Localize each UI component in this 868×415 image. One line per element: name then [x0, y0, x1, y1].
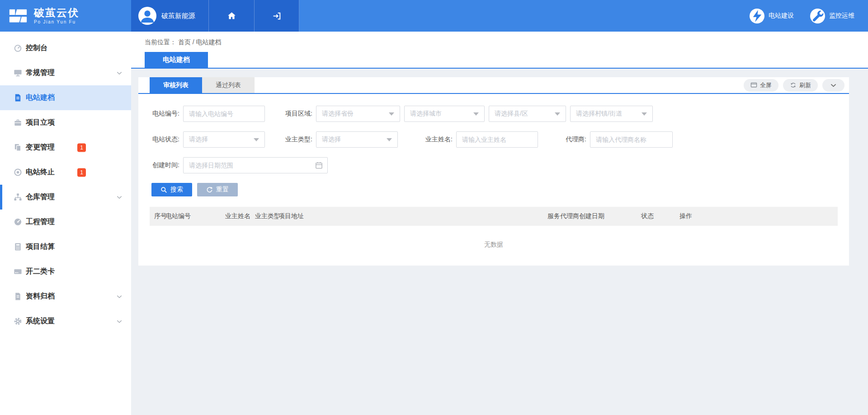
logout-icon	[272, 11, 282, 21]
sidebar-item-label: 常规管理	[26, 68, 55, 78]
collapse-button[interactable]	[822, 79, 844, 92]
tab-approved-list[interactable]: 通过列表	[202, 77, 255, 93]
filter-actions: 搜索 重置	[150, 183, 849, 196]
owner-name-label: 业主姓名:	[423, 135, 456, 144]
refresh-button[interactable]: 刷新	[783, 79, 818, 92]
search-label: 搜索	[170, 186, 183, 194]
agent-input[interactable]	[590, 131, 673, 148]
table-header-row: 序号 电站编号 业主姓名 业主类型 项目地址 服务代理商 创建日期 状态 操作	[150, 207, 838, 226]
tab-review-list[interactable]: 审核列表	[150, 77, 202, 93]
user-avatar-icon	[138, 7, 156, 25]
filter-form: 电站编号: 项目区域: 请选择省份 请选择城市 请选择县/区	[138, 94, 849, 196]
owner-type-placeholder: 请选择	[322, 135, 341, 144]
sidebar-item-project-settlement[interactable]: 项目结算	[0, 234, 131, 259]
content-area: 审核列表 通过列表 全屏 刷新	[131, 69, 868, 415]
sidebar-item-label: 项目立项	[26, 118, 55, 127]
fullscreen-button[interactable]: 全屏	[744, 79, 778, 92]
reset-button[interactable]: 重置	[197, 183, 238, 196]
filter-row-1: 电站编号: 项目区域: 请选择省份 请选择城市 请选择县/区	[150, 106, 849, 122]
col-service-agent: 服务代理商	[547, 212, 579, 220]
gear-icon	[13, 317, 22, 326]
breadcrumb-strip: 当前位置： 首页 / 电站建档 电站建档	[131, 32, 868, 68]
logo-text: 破茧云伏 Po Jian Yun Fu	[34, 7, 79, 24]
panel-toolbar: 全屏 刷新	[744, 77, 849, 93]
province-select[interactable]: 请选择省份	[316, 106, 400, 122]
panel: 审核列表 通过列表 全屏 刷新	[138, 77, 849, 266]
company-name: 破茧新能源	[161, 12, 195, 20]
logo-mark-icon	[8, 5, 28, 26]
sidebar-item-station-termination[interactable]: 电站终止 1	[0, 160, 131, 185]
sidebar-item-engineering-management[interactable]: 工程管理	[0, 210, 131, 234]
district-select[interactable]: 请选择县/区	[489, 106, 566, 122]
sidebar-item-change-management[interactable]: 变更管理 1	[0, 135, 131, 160]
owner-name-input[interactable]	[456, 131, 538, 148]
chevron-down-icon	[117, 71, 122, 75]
chevron-down-icon	[254, 138, 259, 141]
notification-badge: 1	[77, 168, 86, 177]
col-index: 序号	[154, 212, 165, 220]
app-title: 破茧云伏	[34, 7, 79, 18]
chevron-down-icon	[117, 295, 122, 298]
calculator-icon	[13, 242, 22, 252]
module-station-construction[interactable]: 电站建设	[750, 9, 794, 23]
filter-row-2: 电站状态: 请选择 业主类型: 请选择 业主姓名: 代理商:	[150, 131, 849, 148]
col-owner-name: 业主姓名	[225, 212, 255, 220]
sidebar-item-label: 工程管理	[26, 217, 55, 227]
city-placeholder: 请选择城市	[410, 110, 442, 118]
sidebar-item-data-archive[interactable]: 资料归档	[0, 284, 131, 309]
reset-label: 重置	[216, 186, 229, 194]
district-placeholder: 请选择县/区	[495, 110, 528, 118]
date-range-input[interactable]	[183, 157, 328, 173]
station-status-select[interactable]: 请选择	[183, 131, 265, 148]
station-no-input[interactable]	[183, 106, 265, 122]
module-monitoring-ops[interactable]: 监控运维	[810, 9, 854, 23]
chevron-down-icon	[473, 112, 479, 116]
search-button[interactable]: 搜索	[151, 183, 192, 196]
home-button[interactable]	[208, 0, 254, 32]
owner-type-select[interactable]: 请选择	[316, 131, 398, 148]
dashboard-icon	[13, 44, 22, 53]
topbar: 破茧云伏 Po Jian Yun Fu 破茧新能源	[0, 0, 868, 32]
wrench-icon	[810, 9, 825, 23]
sidebar-item-label: 项目结算	[26, 242, 55, 252]
sidebar-item-system-settings[interactable]: 系统设置	[0, 309, 131, 334]
app-subtitle: Po Jian Yun Fu	[34, 19, 79, 24]
sidebar-item-general-management[interactable]: 常规管理	[0, 61, 131, 85]
sidebar-item-project-initiation[interactable]: 项目立项	[0, 110, 131, 135]
user-account[interactable]: 破茧新能源	[131, 0, 208, 32]
col-actions: 操作	[679, 212, 838, 220]
sidebar-item-label: 控制台	[26, 43, 47, 53]
region-label: 项目区域:	[283, 110, 316, 118]
town-select[interactable]: 请选择村镇/街道	[570, 106, 653, 122]
module-label: 电站建设	[769, 12, 794, 20]
city-select[interactable]: 请选择城市	[404, 106, 485, 122]
sidebar-scroll-indicator[interactable]	[0, 185, 2, 210]
document-icon	[13, 93, 22, 103]
main-area: 当前位置： 首页 / 电站建档 电站建档 审核列表 通过列表 全屏	[131, 32, 868, 415]
chevron-down-icon	[555, 112, 560, 116]
status-placeholder: 请选择	[189, 135, 208, 144]
tab-bar: 审核列表 通过列表 全屏 刷新	[138, 77, 849, 94]
sidebar-item-station-archive[interactable]: 电站建档	[0, 85, 131, 110]
reset-icon	[206, 187, 213, 193]
sidebar-item-label: 资料归档	[26, 292, 55, 301]
sitemap-icon	[13, 193, 22, 202]
refresh-label: 刷新	[799, 81, 811, 89]
sidebar-item-type2-card[interactable]: 开二类卡	[0, 259, 131, 284]
chevron-down-icon	[642, 112, 647, 116]
home-icon	[227, 11, 236, 21]
archive-icon	[13, 292, 22, 301]
logout-button[interactable]	[254, 0, 299, 32]
pages-icon	[13, 143, 22, 152]
date-range-picker[interactable]	[183, 157, 328, 173]
page-tab-station-archive[interactable]: 电站建档	[145, 52, 208, 68]
sidebar-item-label: 电站终止	[26, 168, 55, 177]
bolt-icon	[750, 9, 764, 23]
sidebar-item-label: 仓库管理	[26, 192, 55, 202]
module-label: 监控运维	[829, 12, 854, 20]
topbar-spacer	[299, 0, 750, 32]
app-logo: 破茧云伏 Po Jian Yun Fu	[0, 0, 131, 32]
sidebar-item-warehouse-management[interactable]: 仓库管理	[0, 185, 131, 210]
chevron-down-icon	[830, 84, 836, 87]
sidebar-item-console[interactable]: 控制台	[0, 36, 131, 61]
